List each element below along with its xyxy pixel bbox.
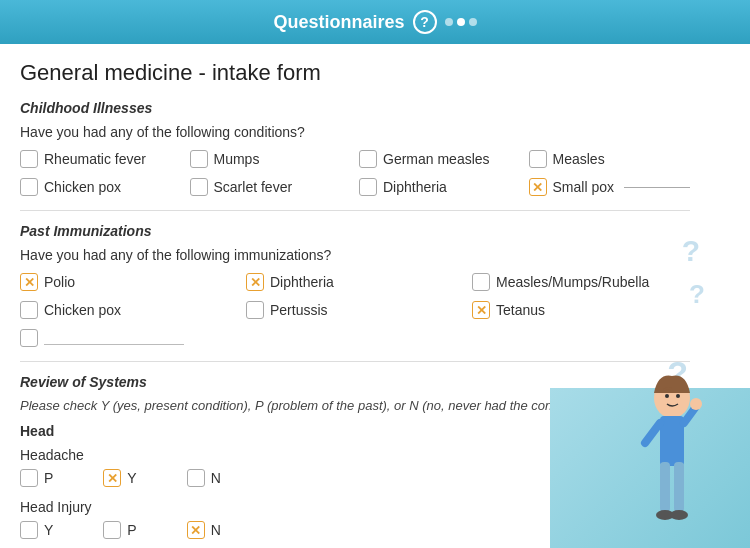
page-title: General medicine - intake form xyxy=(20,60,690,86)
section-immunizations-title: Past Immunizations xyxy=(20,223,690,239)
head-injury-y: Y xyxy=(20,521,53,539)
head-injury-p: P xyxy=(103,521,136,539)
checkbox-head-injury-p[interactable] xyxy=(103,521,121,539)
checkbox-extra[interactable] xyxy=(20,329,38,347)
label-imm-diphtheria: Diphtheria xyxy=(270,274,334,290)
immunization-tetanus: Tetanus xyxy=(472,301,690,319)
condition-chicken-pox: Chicken pox xyxy=(20,178,182,196)
dot-3 xyxy=(469,18,477,26)
checkbox-headache-p[interactable] xyxy=(20,469,38,487)
label-german-measles: German measles xyxy=(383,151,490,167)
header-title: Questionnaires xyxy=(273,12,404,33)
divider-2 xyxy=(20,361,690,362)
label-diphtheria: Diphtheria xyxy=(383,179,447,195)
checkbox-chicken-pox[interactable] xyxy=(20,178,38,196)
label-head-injury-p: P xyxy=(127,522,136,538)
content-area: ? ? ? ? General medicine - intake form C… xyxy=(0,44,750,548)
checkbox-measles[interactable] xyxy=(529,150,547,168)
headache-n: N xyxy=(187,469,221,487)
checkbox-mumps[interactable] xyxy=(190,150,208,168)
condition-measles: Measles xyxy=(529,150,691,168)
immunization-chicken-pox: Chicken pox xyxy=(20,301,238,319)
checkbox-head-injury-n[interactable] xyxy=(187,521,205,539)
label-headache-n: N xyxy=(211,470,221,486)
label-small-pox: Small pox xyxy=(553,179,614,195)
immunizations-question: Have you had any of the following immuni… xyxy=(20,247,690,263)
headache-y: Y xyxy=(103,469,136,487)
label-pertussis: Pertussis xyxy=(270,302,328,318)
dot-2 xyxy=(457,18,465,26)
checkbox-diphtheria[interactable] xyxy=(359,178,377,196)
small-pox-line xyxy=(624,187,690,188)
childhood-question: Have you had any of the following condit… xyxy=(20,124,690,140)
checkbox-mmr[interactable] xyxy=(472,273,490,291)
checkbox-imm-chicken-pox[interactable] xyxy=(20,301,38,319)
checkbox-rheumatic-fever[interactable] xyxy=(20,150,38,168)
label-chicken-pox: Chicken pox xyxy=(44,179,121,195)
checkbox-polio[interactable] xyxy=(20,273,38,291)
condition-diphtheria: Diphtheria xyxy=(359,178,521,196)
extra-line xyxy=(44,329,184,345)
immunization-mmr: Measles/Mumps/Rubella xyxy=(472,273,690,291)
checkbox-head-injury-y[interactable] xyxy=(20,521,38,539)
checkbox-headache-n[interactable] xyxy=(187,469,205,487)
label-scarlet-fever: Scarlet fever xyxy=(214,179,293,195)
condition-german-measles: German measles xyxy=(359,150,521,168)
help-icon[interactable]: ? xyxy=(413,10,437,34)
label-headache-p: P xyxy=(44,470,53,486)
checkbox-german-measles[interactable] xyxy=(359,150,377,168)
checkbox-pertussis[interactable] xyxy=(246,301,264,319)
label-mmr: Measles/Mumps/Rubella xyxy=(496,274,649,290)
label-imm-chicken-pox: Chicken pox xyxy=(44,302,121,318)
dot-1 xyxy=(445,18,453,26)
condition-small-pox: Small pox xyxy=(529,178,691,196)
label-measles: Measles xyxy=(553,151,605,167)
immunization-diphtheria: Diphtheria xyxy=(246,273,464,291)
label-head-injury-n: N xyxy=(211,522,221,538)
condition-scarlet-fever: Scarlet fever xyxy=(190,178,352,196)
section-childhood-title: Childhood Illnesses xyxy=(20,100,690,116)
header: Questionnaires ? xyxy=(0,0,750,44)
head-injury-n: N xyxy=(187,521,221,539)
label-tetanus: Tetanus xyxy=(496,302,545,318)
divider-1 xyxy=(20,210,690,211)
label-rheumatic-fever: Rheumatic fever xyxy=(44,151,146,167)
headache-p: P xyxy=(20,469,53,487)
condition-mumps: Mumps xyxy=(190,150,352,168)
checkbox-small-pox[interactable] xyxy=(529,178,547,196)
label-polio: Polio xyxy=(44,274,75,290)
label-head-injury-y: Y xyxy=(44,522,53,538)
checkbox-imm-diphtheria[interactable] xyxy=(246,273,264,291)
label-mumps: Mumps xyxy=(214,151,260,167)
immunization-pertussis: Pertussis xyxy=(246,301,464,319)
deco-qmark-2: ? xyxy=(689,279,705,310)
checkbox-scarlet-fever[interactable] xyxy=(190,178,208,196)
header-dots xyxy=(445,18,477,26)
checkbox-tetanus[interactable] xyxy=(472,301,490,319)
immunization-polio: Polio xyxy=(20,273,238,291)
label-headache-y: Y xyxy=(127,470,136,486)
condition-rheumatic-fever: Rheumatic fever xyxy=(20,150,182,168)
teal-decoration xyxy=(550,388,750,548)
checkbox-headache-y[interactable] xyxy=(103,469,121,487)
